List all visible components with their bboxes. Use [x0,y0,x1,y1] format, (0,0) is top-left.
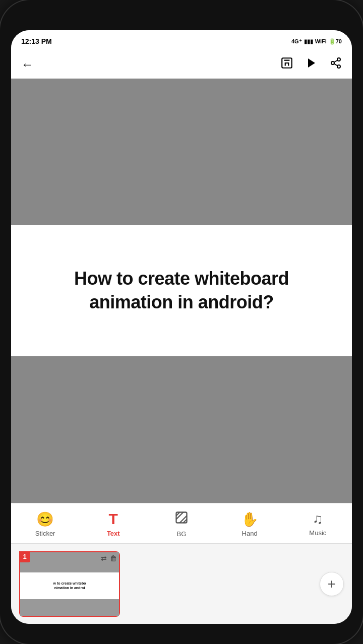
svg-point-2 [337,58,340,61]
slide-1-controls: ⇄ 🗑 [101,554,117,562]
status-time: 12:13 PM [21,37,52,45]
nav-item-sticker[interactable]: 😊 Sticker [25,511,66,537]
phone-screen: 12:13 PM 4G⁺ ▮▮▮ WiFi 🔋70 ← [11,30,352,624]
music-icon: ♫ [313,511,323,527]
slide-text: How to create whiteboard animation in an… [74,267,289,314]
toolbar-right [280,56,342,73]
add-slide-button[interactable]: + [320,572,344,596]
toolbar: ← [11,50,352,79]
canvas-area: How to create whiteboard animation in an… [11,79,352,503]
nav-item-text[interactable]: T Text [93,510,134,537]
slide-move-icon[interactable]: ⇄ [101,554,107,562]
toolbar-left: ← [21,57,33,72]
phone-shell: 12:13 PM 4G⁺ ▮▮▮ WiFi 🔋70 ← [0,0,363,644]
thumb-gray-bottom [20,599,119,616]
status-bar: 12:13 PM 4G⁺ ▮▮▮ WiFi 🔋70 [11,30,352,50]
status-icons: 4G⁺ ▮▮▮ WiFi 🔋70 [291,38,342,45]
nav-item-music[interactable]: ♫ Music [297,511,338,537]
wifi-icon: WiFi [315,38,327,44]
svg-line-6 [334,60,338,62]
save-button[interactable] [280,56,293,73]
play-button[interactable] [306,57,318,72]
slide-delete-icon[interactable]: 🗑 [110,554,117,562]
svg-point-4 [337,65,340,68]
battery-icon: 🔋70 [329,38,342,45]
canvas-gray-top [11,79,352,225]
sticker-label: Sticker [35,530,55,537]
svg-line-5 [334,63,338,66]
bg-icon [174,510,189,528]
canvas-gray-bottom [11,356,352,503]
music-label: Music [309,529,326,537]
nav-item-hand[interactable]: ✋ Hand [229,511,270,537]
thumb-white-mid: w to create whitebonimation in androi [20,572,119,599]
hand-icon: ✋ [241,511,259,528]
signal-icon: ▮▮▮ [304,38,313,45]
slides-panel: 1 ⇄ 🗑 w to create whitebonimation in and… [11,543,352,624]
thumb-slide-text: w to create whitebonimation in androi [53,582,86,590]
nav-item-bg[interactable]: BG [161,510,202,538]
sticker-icon: 😊 [36,511,54,528]
network-icon: 4G⁺ [291,38,302,45]
svg-point-3 [331,61,334,65]
share-button[interactable] [330,57,342,72]
slide-1-thumbnail[interactable]: 1 ⇄ 🗑 w to create whitebonimation in and… [19,551,120,617]
bg-label: BG [177,530,187,538]
svg-marker-1 [308,58,315,68]
hand-label: Hand [242,530,258,537]
canvas-slide[interactable]: How to create whiteboard animation in an… [11,225,352,356]
slide-1-number: 1 [19,551,30,562]
text-label: Text [107,530,120,537]
text-icon: T [109,510,118,528]
bottom-nav: 😊 Sticker T Text BG [11,503,352,543]
back-button[interactable]: ← [21,57,33,72]
